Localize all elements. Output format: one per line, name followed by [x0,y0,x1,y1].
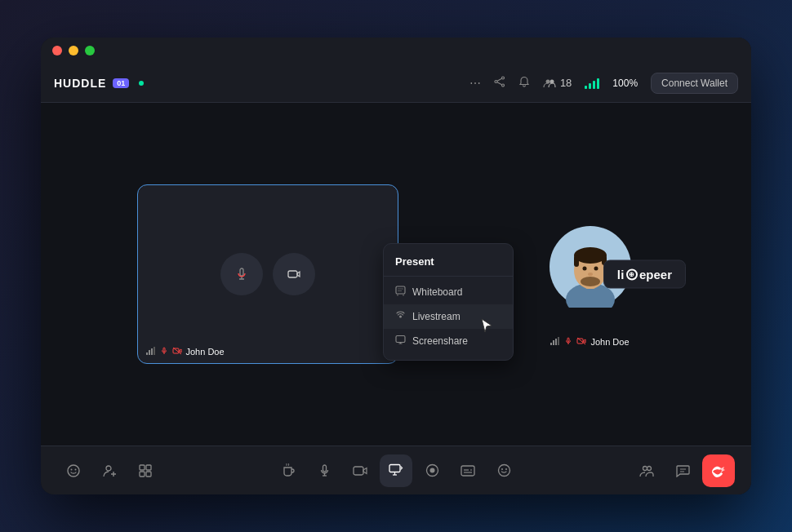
svg-rect-31 [574,255,579,267]
record-button[interactable] [416,454,448,487]
svg-rect-10 [146,352,148,355]
livepeer-text-2: epeer [639,268,672,282]
share-icon[interactable] [494,76,505,90]
svg-rect-23 [396,335,405,342]
livestream-label: Livestream [412,311,461,322]
screenshare-icon [395,335,406,348]
svg-point-46 [75,468,77,470]
svg-point-36 [588,273,593,276]
logo-badge: 01 [113,78,129,88]
tile-2-cam-off-icon [576,337,586,347]
caption-button[interactable] [452,454,484,487]
livepeer-badge: li ⊕ epeer [603,260,686,289]
svg-rect-56 [354,467,363,475]
header: HUDDLE 01 ⋯ [41,64,751,103]
svg-point-61 [429,468,434,473]
participants-button[interactable] [630,454,663,487]
mic-button[interactable] [308,454,340,487]
add-participant-button[interactable] [93,454,126,487]
livestream-icon [395,310,406,323]
bell-icon[interactable] [518,76,530,90]
video-tile-main: John Doe [137,184,398,364]
tile-1-cam-off-icon [172,347,182,357]
screenshare-label: Screenshare [412,335,468,347]
present-dropdown: Present Whiteboard [383,243,514,361]
svg-rect-13 [154,347,155,355]
toolbar-left-group [57,454,162,487]
more-icon[interactable]: ⋯ [469,77,481,90]
svg-line-4 [497,82,502,85]
maximize-dot[interactable] [85,46,95,55]
svg-point-2 [501,84,504,86]
tile-2-label-group: John Doe [525,337,656,347]
app-window: HUDDLE 01 ⋯ [41,38,751,494]
toolbar [41,446,751,494]
tile-2-mic-off-icon [564,337,572,347]
signal-quality-icon [585,78,599,89]
svg-point-1 [495,81,497,83]
whiteboard-label: Whiteboard [412,286,462,298]
svg-rect-52 [140,472,145,477]
svg-point-34 [582,267,586,271]
svg-point-44 [68,465,79,477]
reaction-button[interactable] [487,454,520,487]
dropdown-item-whiteboard[interactable]: Whiteboard [384,280,513,304]
toolbar-right-group [630,454,735,487]
svg-point-33 [581,277,600,286]
video-grid: John Doe Present [41,103,751,446]
header-left: HUDDLE 01 [54,77,144,90]
tile-2-name: John Doe [590,337,629,347]
minimize-dot[interactable] [69,46,78,55]
svg-rect-42 [577,339,583,344]
livepeer-text: li [617,268,625,282]
svg-rect-15 [173,348,179,353]
titlebar [41,38,751,64]
dropdown-item-livestream[interactable]: Livestream [384,304,513,329]
svg-point-69 [643,466,647,470]
tile-1-name: John Doe [186,347,225,357]
svg-point-70 [647,466,652,470]
dropdown-item-screenshare[interactable]: Screenshare [384,329,513,353]
header-right: ⋯ [469,73,738,94]
svg-rect-12 [151,348,153,355]
tile-2-signal-icon [550,337,560,347]
tile-1-signal-icon [146,347,156,357]
cam-on-icon-circle [273,253,315,295]
svg-point-67 [501,468,503,470]
toolbar-center-group [272,454,520,487]
svg-point-22 [399,315,402,317]
svg-rect-37 [550,343,552,345]
svg-rect-17 [396,286,405,294]
svg-point-66 [498,465,509,477]
mic-off-icon-circle [220,253,263,295]
svg-rect-57 [389,465,400,472]
svg-rect-39 [555,339,557,345]
chat-button[interactable] [666,454,699,487]
camera-button[interactable] [344,454,376,487]
tile-1-label: John Doe [146,347,225,357]
tile-1-mic-off-icon [160,347,168,357]
participants-count: 18 [543,77,572,89]
present-button[interactable] [380,454,412,487]
svg-point-35 [594,267,598,271]
svg-point-45 [71,468,73,470]
emoji-button[interactable] [57,454,90,487]
whiteboard-icon [395,286,406,299]
coffee-button[interactable] [272,454,305,487]
svg-rect-40 [558,337,559,345]
svg-point-0 [501,77,504,79]
layout-button[interactable] [129,454,162,487]
main-area: John Doe Present [41,103,751,446]
livepeer-circle: ⊕ [626,268,638,280]
logo: HUDDLE [54,77,106,90]
close-dot[interactable] [52,46,62,55]
svg-point-68 [505,468,507,470]
connect-wallet-button[interactable]: Connect Wallet [651,73,738,94]
participants-number: 18 [560,77,572,89]
svg-rect-53 [146,472,151,477]
quality-text: 100% [612,78,638,89]
leave-button[interactable] [702,454,735,487]
live-indicator [139,81,144,86]
svg-line-3 [497,78,502,81]
dropdown-divider-1 [384,276,513,277]
